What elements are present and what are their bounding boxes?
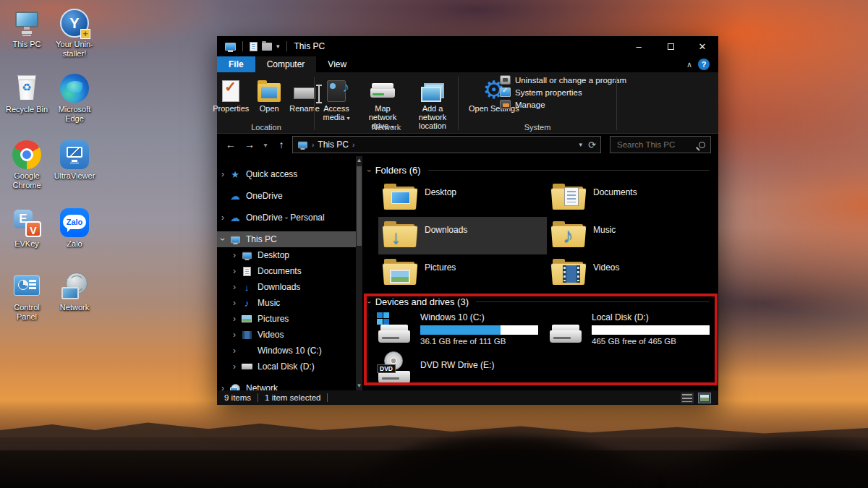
status-divider — [258, 393, 258, 402]
folder-icon — [553, 258, 584, 286]
star-icon: ★ — [229, 169, 242, 180]
sidebar-item-music[interactable]: › ♪ Music — [217, 295, 356, 311]
desktop-icon-recycle-bin[interactable]: ♻ Recycle Bin — [3, 74, 51, 114]
folders-section-header[interactable]: › Folders (6) — [368, 165, 710, 176]
breadcrumb[interactable]: This PC — [318, 140, 349, 150]
desktop-icon-google-chrome[interactable]: Google Chrome — [3, 140, 51, 190]
chevron-right-icon[interactable]: › — [229, 282, 240, 292]
sidebar-item-pictures[interactable]: › Pictures — [217, 311, 356, 327]
chevron-right-icon[interactable]: › — [229, 346, 240, 356]
close-button[interactable]: ✕ — [686, 36, 718, 56]
tab-view[interactable]: View — [316, 56, 358, 72]
desktop-icon-label: EVKey — [3, 239, 51, 249]
details-view-button[interactable] — [681, 393, 694, 403]
desktop-icon-your-uninstaller[interactable]: Y+ Your Unin-staller! — [51, 9, 98, 59]
breadcrumb-chevron-icon: › — [312, 141, 314, 149]
sidebar-item-local-disk-d[interactable]: › Local Disk (D:) — [217, 359, 356, 374]
desktop-icon-evkey[interactable]: EV EVKey — [3, 208, 51, 249]
chevron-right-icon[interactable]: › — [229, 314, 240, 324]
address-pc-icon — [298, 141, 307, 147]
folder-tile-desktop[interactable]: Desktop — [378, 179, 547, 217]
sidebar-item-network[interactable]: › Network — [217, 380, 356, 390]
system-properties-button[interactable]: System properties — [500, 87, 626, 97]
folder-icon: ♪ — [553, 221, 584, 248]
folder-tile-music[interactable]: ♪ Music — [547, 217, 715, 254]
chevron-right-icon[interactable]: › — [229, 330, 240, 340]
folder-tile-documents[interactable]: Documents — [547, 179, 715, 217]
desktop-icon-this-pc[interactable]: This PC — [3, 9, 51, 49]
open-button[interactable]: Open — [254, 76, 284, 114]
minimize-ribbon-icon[interactable]: ∧ — [686, 56, 692, 72]
qat-customize-dropdown-icon[interactable]: ▾ — [276, 43, 280, 50]
back-button[interactable]: ← — [223, 139, 239, 150]
music-note-icon: ♪ — [240, 298, 253, 309]
sidebar-item-documents[interactable]: › Documents — [217, 263, 356, 279]
sidebar-item-this-pc[interactable]: › This PC — [217, 231, 356, 247]
chevron-right-icon[interactable]: › — [229, 266, 240, 276]
chevron-right-icon[interactable]: › — [229, 298, 240, 308]
desktop-icon-label: Your Unin-staller! — [51, 40, 98, 59]
qat-properties-icon[interactable] — [250, 42, 258, 51]
help-icon[interactable]: ? — [698, 59, 710, 70]
video-icon — [240, 331, 253, 339]
title-bar[interactable]: ▾ This PC – ✕ — [217, 36, 718, 56]
desktop-icon-label: Microsoft Edge — [51, 105, 98, 124]
uninstaller-icon: Y+ — [60, 9, 89, 38]
desktop-icon-network[interactable]: Network — [51, 272, 98, 312]
breadcrumb-chevron-icon[interactable]: › — [352, 141, 354, 149]
maximize-button[interactable] — [655, 36, 686, 56]
folder-tile-downloads[interactable]: ↓ Downloads — [378, 217, 547, 254]
ribbon-tab-bar: File Computer View ∧ ? — [217, 56, 718, 72]
folder-tile-videos[interactable]: Videos — [547, 254, 715, 292]
recycle-bin-icon: ♻ — [12, 74, 41, 103]
sidebar-item-videos[interactable]: › Videos — [217, 327, 356, 343]
sidebar-item-label: Videos — [258, 330, 284, 340]
sidebar-item-desktop[interactable]: › Desktop — [217, 247, 356, 263]
search-icon[interactable] — [699, 142, 705, 148]
recent-locations-dropdown-icon[interactable]: ▾ — [260, 141, 271, 149]
window-title: This PC — [294, 41, 326, 51]
address-dropdown-icon[interactable]: ▾ — [579, 141, 583, 148]
tab-file[interactable]: File — [217, 56, 255, 72]
refresh-icon[interactable]: ⟳ — [588, 140, 596, 150]
scrollbar-thumb[interactable] — [357, 166, 362, 246]
tab-computer[interactable]: Computer — [255, 56, 317, 72]
chevron-expanded-icon[interactable]: › — [218, 234, 228, 245]
chevron-right-icon[interactable]: › — [229, 250, 240, 260]
sidebar-item-onedrive-personal[interactable]: › ☁ OneDrive - Personal — [217, 210, 356, 226]
manage-button[interactable]: Manage — [500, 100, 626, 109]
uninstall-program-button[interactable]: Uninstall or change a program — [500, 75, 626, 85]
chevron-right-icon[interactable]: › — [217, 169, 229, 179]
drive-icon — [240, 364, 253, 369]
sidebar-item-onedrive[interactable]: › ☁ OneDrive — [217, 188, 356, 204]
search-box[interactable] — [610, 136, 711, 153]
sidebar-item-windows-10-c[interactable]: › Windows 10 (C:) — [217, 343, 356, 359]
sidebar-scrollbar[interactable]: ▲ ▼ — [356, 156, 362, 390]
access-media-icon — [327, 77, 346, 102]
chevron-right-icon[interactable]: › — [229, 361, 240, 372]
scroll-down-icon[interactable]: ▼ — [356, 382, 362, 390]
desktop-icon-control-panel[interactable]: Control Panel — [3, 272, 51, 322]
properties-button[interactable]: Properties — [209, 76, 252, 114]
qat-new-folder-icon[interactable] — [262, 43, 272, 51]
scroll-up-icon[interactable]: ▲ — [356, 156, 362, 165]
chevron-right-icon[interactable]: › — [217, 213, 229, 223]
minimize-button[interactable]: – — [623, 36, 655, 56]
collapse-chevron-icon[interactable]: › — [365, 169, 374, 172]
navigation-pane: › ★ Quick access › ☁ OneDrive › ☁ OneDri… — [217, 156, 356, 390]
search-input[interactable] — [616, 140, 699, 150]
ribbon-group-location: Properties Open Rename Location — [218, 72, 314, 133]
ribbon-group-system: ⚙ Open Settings Uninstall or change a pr… — [459, 72, 616, 133]
forward-button[interactable]: → — [242, 139, 258, 150]
large-icons-view-button[interactable] — [698, 393, 711, 403]
desktop-icon-ultraviewer[interactable]: UltraViewer — [51, 140, 98, 181]
chevron-right-icon[interactable]: › — [217, 383, 229, 390]
sidebar-item-quick-access[interactable]: › ★ Quick access — [217, 166, 356, 182]
desktop-icon-zalo[interactable]: Zalo Zalo — [51, 208, 98, 249]
desktop-icon-microsoft-edge[interactable]: Microsoft Edge — [51, 74, 98, 124]
sidebar-item-downloads[interactable]: › ↓ Downloads — [217, 279, 356, 295]
folder-tile-pictures[interactable]: Pictures — [378, 254, 547, 292]
section-title: Folders (6) — [375, 165, 421, 176]
up-button[interactable]: ↑ — [273, 139, 289, 150]
address-bar[interactable]: › This PC › ▾ ⟳ — [292, 136, 601, 153]
